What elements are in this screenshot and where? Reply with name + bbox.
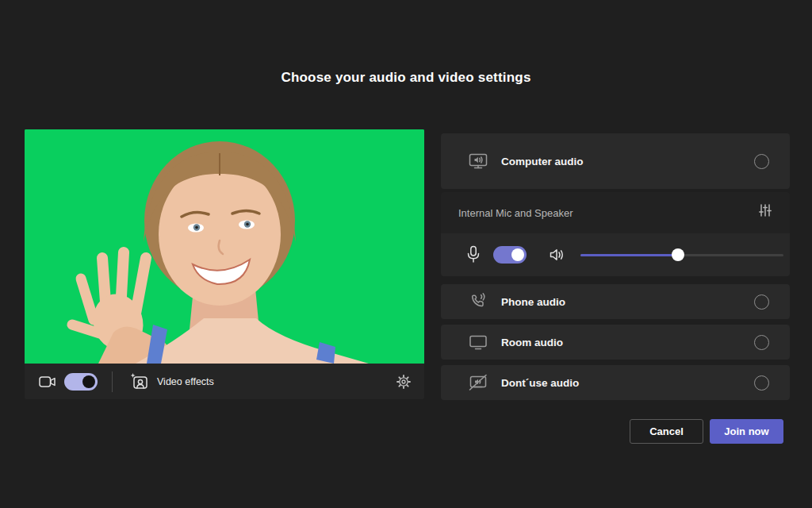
video-preview-card: Video effects xyxy=(25,129,424,399)
device-name: Internal Mic and Speaker xyxy=(458,207,573,219)
volume-slider-thumb[interactable] xyxy=(672,248,684,261)
device-controls xyxy=(441,233,790,276)
video-effects-label[interactable]: Video effects xyxy=(157,376,214,387)
dont-use-audio-icon xyxy=(468,373,488,392)
video-toolbar: Video effects xyxy=(25,364,424,399)
device-settings-gear-icon[interactable] xyxy=(396,374,412,390)
camera-toggle[interactable] xyxy=(64,373,98,391)
computer-audio-icon xyxy=(468,152,488,171)
camera-toggle-knob xyxy=(82,375,95,388)
camera-icon xyxy=(39,375,56,388)
microphone-icon xyxy=(466,245,481,264)
green-screen-person-illustration xyxy=(25,129,424,364)
toolbar-divider xyxy=(112,371,113,392)
phone-audio-icon xyxy=(468,292,488,311)
volume-slider-fill xyxy=(580,254,678,256)
dont-use-audio-radio[interactable] xyxy=(754,375,769,391)
microphone-toggle-knob xyxy=(511,248,524,261)
room-audio-icon xyxy=(468,333,488,351)
dont-use-audio-label: Dont´use audio xyxy=(501,377,579,389)
room-audio-label: Room audio xyxy=(501,337,563,348)
microphone-toggle[interactable] xyxy=(493,246,527,264)
room-audio-radio[interactable] xyxy=(754,335,769,350)
computer-audio-radio[interactable] xyxy=(754,154,769,169)
option-computer-audio[interactable]: Computer audio xyxy=(441,133,790,189)
option-phone-audio[interactable]: Phone audio xyxy=(441,284,790,319)
option-dont-use-audio[interactable]: Dont´use audio xyxy=(441,365,790,400)
device-header: Internal Mic and Speaker xyxy=(441,192,790,233)
computer-audio-label: Computer audio xyxy=(501,156,584,167)
prejoin-dialog: Choose your audio and video settings xyxy=(0,0,812,508)
camera-preview xyxy=(25,129,424,364)
phone-audio-label: Phone audio xyxy=(501,296,565,308)
phone-audio-radio[interactable] xyxy=(754,294,769,310)
volume-slider[interactable] xyxy=(580,248,783,261)
speaker-icon xyxy=(549,248,566,262)
device-section: Internal Mic and Speaker xyxy=(441,192,790,276)
cancel-button[interactable]: Cancel xyxy=(630,419,703,444)
tune-settings-icon[interactable] xyxy=(758,203,772,221)
option-room-audio[interactable]: Room audio xyxy=(441,325,790,360)
video-effects-icon[interactable] xyxy=(130,372,149,391)
join-now-button[interactable]: Join now xyxy=(710,419,783,444)
